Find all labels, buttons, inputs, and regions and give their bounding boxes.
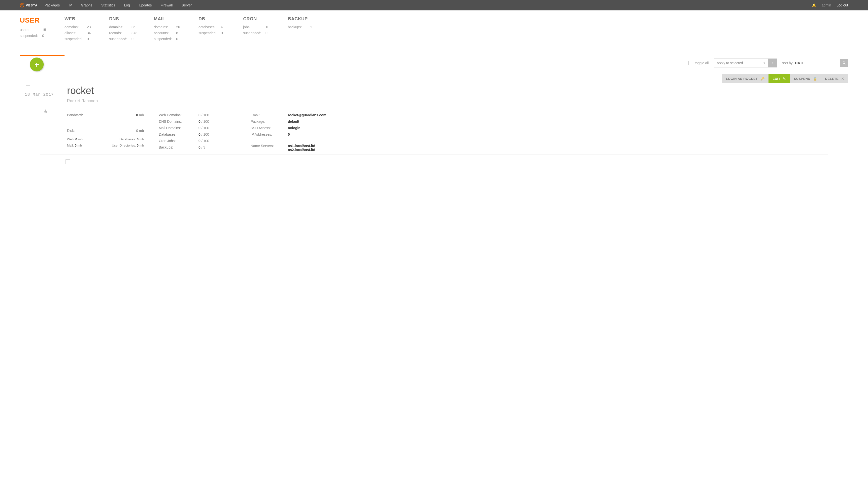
search-input[interactable]	[813, 59, 840, 67]
toggle-all[interactable]: toggle all	[688, 61, 709, 65]
login-as-button[interactable]: LOGIN AS ROCKET 🔑	[722, 74, 769, 83]
current-user[interactable]: admin	[822, 3, 831, 7]
row-checkbox[interactable]	[26, 81, 30, 86]
notifications-icon[interactable]: 🔔	[812, 3, 816, 7]
disk-unit: mb	[139, 129, 144, 133]
nav-packages[interactable]: Packages	[44, 3, 60, 7]
user-fullname: Rocket Raccoon	[67, 99, 848, 103]
bulk-action-label: apply to selected	[717, 61, 743, 65]
tab-dns-title: DNS	[109, 17, 154, 22]
login-as-label: LOGIN AS ROCKET	[726, 77, 757, 80]
lock-icon: 🔒	[813, 77, 817, 80]
sort-direction-icon: ↓	[806, 61, 808, 65]
nav-firewall[interactable]: Firewall	[161, 3, 173, 7]
tab-web-title: WEB	[64, 17, 109, 22]
search-icon	[842, 61, 846, 65]
add-button[interactable]: +	[30, 58, 44, 71]
user-ssh: nologin	[288, 126, 301, 130]
plus-icon: +	[34, 61, 39, 68]
tab-user-title: USER	[20, 17, 64, 24]
user-email: rocket@guardians.com	[288, 113, 326, 117]
next-row-stub	[40, 154, 828, 170]
logo[interactable]: VESTA	[20, 3, 37, 7]
nav-statistics[interactable]: Statistics	[101, 3, 115, 7]
star-icon[interactable]: ★	[43, 108, 67, 115]
bulk-action-submit[interactable]: ›	[768, 59, 777, 67]
bandwidth-row: Bandwidth 0 mb	[67, 113, 144, 119]
edit-label: EDIT	[772, 77, 780, 80]
pencil-icon: ✎	[783, 77, 786, 80]
suspend-button[interactable]: SUSPEND 🔒	[790, 74, 821, 83]
toggle-all-label: toggle all	[695, 61, 709, 65]
nameserver-2: ns2.localhost.ltd	[288, 148, 315, 152]
tab-db[interactable]: DB databases:4 suspended:0	[198, 17, 243, 48]
tab-mail-title: MAIL	[154, 17, 198, 22]
user-ips: 0	[288, 132, 290, 136]
bandwidth-unit: mb	[139, 113, 144, 117]
user-row-main: LOGIN AS ROCKET 🔑 EDIT ✎ SUSPEND 🔒 DELET…	[67, 70, 848, 154]
nav-graphs[interactable]: Graphs	[81, 3, 92, 7]
user-list: 18 Mar 2017 ★ LOGIN AS ROCKET 🔑 EDIT ✎ S…	[0, 70, 868, 180]
resource-col: Bandwidth 0 mb Disk: 0 mb Web: 0 mb Data…	[67, 113, 144, 154]
stats-row: USER users:15 suspended:0 WEB domains:23…	[0, 10, 868, 56]
row-actions: LOGIN AS ROCKET 🔑 EDIT ✎ SUSPEND 🔒 DELET…	[722, 74, 848, 83]
arrow-right-icon: ›	[772, 61, 773, 65]
disk-label: Disk:	[67, 129, 75, 133]
svg-line-1	[845, 63, 846, 64]
top-nav: Packages IP Graphs Statistics Log Update…	[44, 3, 192, 7]
close-icon: ✕	[841, 77, 844, 80]
nav-updates[interactable]: Updates	[139, 3, 152, 7]
sort-label: sort by:	[782, 61, 794, 65]
row-checkbox[interactable]	[65, 159, 70, 164]
user-created-date: 18 Mar 2017	[25, 93, 67, 97]
tab-mail[interactable]: MAIL domains:26 accounts:8 suspended:0	[154, 17, 198, 48]
user-row-side: 18 Mar 2017 ★	[20, 70, 67, 154]
disk-sub-row-2: Mail: 0 mb User Directories: 0 mb	[67, 143, 144, 147]
info-col: Email:rocket@guardians.com Package:defau…	[251, 113, 848, 154]
logo-icon	[20, 3, 24, 7]
tab-db-title: DB	[198, 17, 243, 22]
user-row: 18 Mar 2017 ★ LOGIN AS ROCKET 🔑 EDIT ✎ S…	[20, 70, 848, 154]
tab-cron-title: CRON	[243, 17, 288, 22]
disk-row: Disk: 0 mb	[67, 127, 144, 135]
sort-value: DATE	[795, 61, 805, 65]
svg-point-0	[843, 62, 845, 64]
logo-text: VESTA	[26, 3, 37, 7]
disk-sub-row-1: Web: 0 mb Databases: 0 mb	[67, 137, 144, 141]
top-bar: VESTA Packages IP Graphs Statistics Log …	[0, 0, 868, 10]
key-icon: 🔑	[760, 77, 765, 80]
search	[813, 59, 848, 67]
toggle-all-checkbox[interactable]	[688, 61, 692, 65]
delete-button[interactable]: DELETE ✕	[821, 74, 848, 83]
delete-label: DELETE	[825, 77, 838, 80]
chevron-down-icon: ▼	[763, 62, 766, 64]
nav-ip[interactable]: IP	[69, 3, 72, 7]
bandwidth-value: 0	[136, 113, 138, 117]
user-package: default	[288, 120, 299, 124]
sort-control[interactable]: sort by: DATE ↓	[782, 61, 808, 65]
edit-button[interactable]: EDIT ✎	[769, 74, 790, 83]
nav-server[interactable]: Server	[182, 3, 192, 7]
disk-value: 0	[136, 129, 138, 133]
nav-log[interactable]: Log	[124, 3, 130, 7]
tab-backup-title: BACKUP	[288, 17, 333, 22]
tab-web[interactable]: WEB domains:23 aliases:34 suspended:0	[64, 17, 109, 48]
search-button[interactable]	[840, 59, 848, 67]
tab-cron[interactable]: CRON jobs:10 suspended:0	[243, 17, 288, 48]
suspend-label: SUSPEND	[794, 77, 810, 80]
bulk-action-select[interactable]: apply to selected ▼	[714, 59, 768, 67]
tab-user[interactable]: USER users:15 suspended:0	[20, 17, 64, 56]
list-toolbar: + toggle all apply to selected ▼ › sort …	[0, 56, 868, 70]
tab-dns[interactable]: DNS domains:36 records:373 suspended:0	[109, 17, 154, 48]
logout-link[interactable]: Log out	[836, 3, 848, 7]
tab-backup[interactable]: BACKUP backups:1	[288, 17, 333, 48]
top-right: 🔔 admin Log out	[812, 3, 848, 7]
nameserver-1: ns1.localhost.ltd	[288, 144, 315, 148]
usage-col: Web Domains:0 / 100 DNS Domains:0 / 100 …	[159, 113, 236, 154]
username: rocket	[67, 85, 848, 96]
bandwidth-label: Bandwidth	[67, 113, 83, 117]
